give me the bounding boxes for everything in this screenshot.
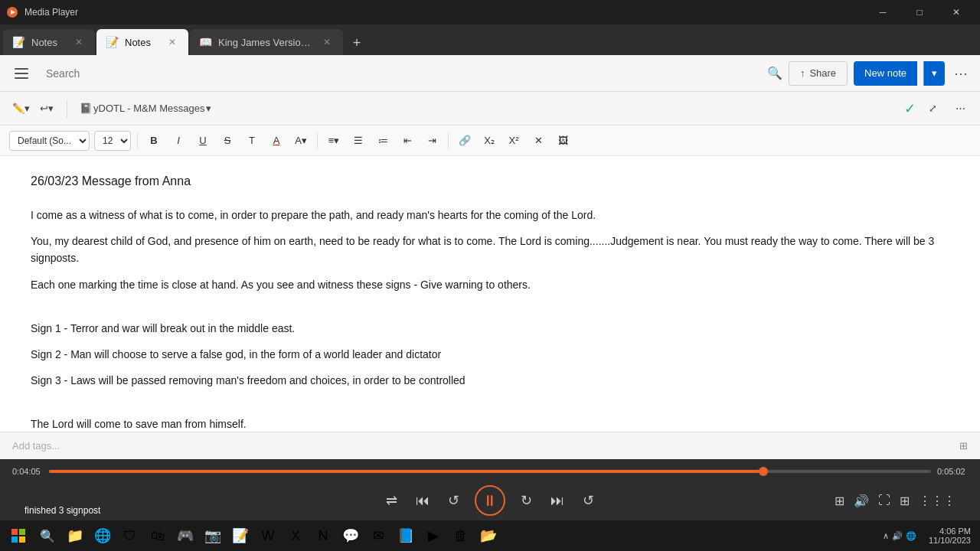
outdent-button[interactable]: ⇤ (397, 131, 417, 151)
tab-notes2-icon: 📝 (106, 36, 119, 48)
bold-button[interactable]: B (144, 131, 164, 151)
clear-format-button[interactable]: ✕ (528, 131, 548, 151)
indent-button[interactable]: ⇥ (422, 131, 442, 151)
tab-kjv-close[interactable]: ✕ (320, 35, 334, 49)
shuffle-button[interactable]: ⇌ (383, 489, 400, 512)
underline-button[interactable]: U (193, 131, 213, 151)
note-toolbar: ✏️▾ ↩▾ 📓 yDOTL - M&M Messages ▾ ✓ ⤢ ⋯ (0, 92, 980, 126)
font-size-select[interactable]: 12 (94, 131, 131, 151)
taskbar-icon-explorer[interactable]: 📂 (475, 520, 502, 551)
search-input[interactable] (40, 61, 767, 86)
progress-track[interactable] (49, 470, 931, 473)
taskbar-icon-edge[interactable]: 🌐 (89, 520, 116, 551)
tags-more-icon[interactable]: ⊞ (959, 440, 968, 452)
hamburger-button[interactable] (9, 61, 34, 86)
font-style-select[interactable]: Default (So... (9, 131, 90, 151)
taskbar-icon-word[interactable]: W (254, 520, 282, 551)
taskbar-icon-onenote[interactable]: N (309, 520, 337, 551)
next-button[interactable]: ⏭ (547, 490, 567, 512)
notebook-dropdown-icon: ▾ (206, 103, 211, 114)
tags-placeholder[interactable]: Add tags... (12, 440, 60, 452)
pen-tool-button[interactable]: ✏️▾ (9, 98, 33, 119)
pause-button[interactable]: ⏸ (475, 485, 505, 516)
tab-notes2[interactable]: 📝 Notes ✕ (96, 29, 188, 55)
system-clock[interactable]: 4:06 PM 11/10/2023 (923, 527, 977, 545)
forward-button[interactable]: ↻ (518, 489, 535, 512)
note-para-1: I come as a witness of what is to come, … (31, 207, 949, 223)
expand-button[interactable]: ⤢ (922, 98, 943, 119)
casting-button[interactable]: ⋮⋮⋮ (919, 494, 956, 508)
fullscreen-button[interactable]: ⛶ (878, 494, 890, 507)
search-icon[interactable]: 🔍 (767, 66, 782, 80)
taskbar-icon-photos[interactable]: 📷 (199, 520, 227, 551)
taskbar-icon-teams[interactable]: 📘 (392, 520, 420, 551)
more-media-button[interactable]: ⊞ (900, 494, 910, 508)
media-subtitle: finished 3 signpost (24, 505, 100, 516)
align-button[interactable]: ≡▾ (324, 131, 344, 151)
previous-button[interactable]: ⏮ (413, 490, 433, 512)
fmt-sep-3 (448, 133, 449, 148)
screen-mode-button[interactable]: ⊞ (835, 494, 844, 508)
image-button[interactable]: 🖼 (553, 131, 573, 151)
note-status-area: ✓ ⤢ ⋯ (904, 98, 971, 119)
tab-notes1-close[interactable]: ✕ (72, 35, 86, 49)
note-para-conclusion: The Lord will come to save man from hims… (31, 416, 949, 432)
taskbar-icon-email[interactable]: ✉ (364, 520, 392, 551)
taskbar-search-button[interactable]: 🔍 (34, 520, 61, 551)
new-note-button[interactable]: New note (854, 61, 917, 86)
start-button[interactable] (3, 520, 34, 551)
numbered-list-button[interactable]: ≔ (373, 131, 393, 151)
taskbar: 🔍 📁 🌐 🛡 🛍 🎮 📷 📝 W X N 💬 ✉ 📘 ▶ 🗑 📂 ∧ 🔊 🌐 … (0, 520, 980, 551)
tray-network-icon[interactable]: 🌐 (906, 531, 916, 541)
tab-notes2-label: Notes (125, 37, 159, 48)
tab-notes2-close[interactable]: ✕ (165, 35, 179, 49)
taskbar-icon-notes[interactable]: 📝 (227, 520, 254, 551)
taskbar-icon-recycle[interactable]: 🗑 (447, 520, 475, 551)
italic-button[interactable]: I (168, 131, 188, 151)
superscript-button[interactable]: X² (504, 131, 524, 151)
note-editor[interactable]: 26/03/23 Message from Anna I come as a w… (0, 156, 980, 432)
search-container: 🔍 (40, 61, 782, 86)
rewind-button[interactable]: ↺ (445, 489, 462, 512)
highlight-button[interactable]: A▾ (291, 131, 311, 151)
taskbar-icon-shield[interactable]: 🛡 (116, 520, 144, 551)
tab-notes1-label: Notes (31, 37, 66, 48)
close-button[interactable]: ✕ (939, 0, 974, 24)
new-note-dropdown-button[interactable]: ▾ (923, 61, 945, 86)
subscript-button[interactable]: X₂ (479, 131, 499, 151)
taskbar-icon-messenger[interactable]: 💬 (337, 520, 364, 551)
media-current-time: 0:04:05 (12, 467, 43, 476)
tray-up-icon[interactable]: ∧ (883, 531, 889, 541)
link-button[interactable]: 🔗 (455, 131, 475, 151)
tray-volume-icon[interactable]: 🔊 (892, 531, 903, 541)
tab-kjv-icon: 📖 (199, 36, 212, 48)
taskbar-icon-store[interactable]: 🛍 (144, 520, 172, 551)
svg-rect-5 (11, 529, 18, 535)
taskbar-icon-game[interactable]: 🎮 (172, 520, 199, 551)
media-controls: finished 3 signpost ⇌ ⏮ ↺ ⏸ ↻ ⏭ ↺ ⊞ 🔊 ⛶ … (12, 481, 968, 520)
progress-thumb[interactable] (759, 467, 768, 476)
taskbar-icon-files[interactable]: 📁 (61, 520, 89, 551)
note-more-button[interactable]: ⋯ (949, 98, 971, 119)
strikethrough-button[interactable]: S (217, 131, 237, 151)
maximize-button[interactable]: □ (902, 0, 937, 24)
tab-notes1[interactable]: 📝 Notes ✕ (3, 29, 95, 55)
undo-tool-button[interactable]: ↩▾ (36, 98, 57, 119)
volume-button[interactable]: 🔊 (854, 494, 869, 508)
note-body[interactable]: I come as a witness of what is to come, … (31, 207, 949, 432)
text-style-button[interactable]: T (242, 131, 262, 151)
toolbar-more-button[interactable]: ⋯ (951, 62, 971, 85)
add-tab-button[interactable]: + (345, 31, 369, 55)
font-color-button[interactable]: A (266, 131, 286, 151)
notebook-selector[interactable]: 📓 yDOTL - M&M Messages ▾ (77, 98, 214, 119)
format-toolbar: Default (So... 12 B I U S T A A▾ ≡▾ ☰ ≔ … (0, 126, 980, 156)
share-button[interactable]: ↑ Share (789, 61, 848, 86)
taskbar-icon-excel[interactable]: X (282, 520, 309, 551)
app-title: Media Player (24, 7, 78, 18)
repeat-button[interactable]: ↺ (580, 489, 597, 512)
window-controls: ─ □ ✕ (865, 0, 974, 24)
bullet-list-button[interactable]: ☰ (348, 131, 368, 151)
minimize-button[interactable]: ─ (865, 0, 900, 24)
tab-kjv[interactable]: 📖 King James Version | NKJV ✕ (190, 29, 343, 55)
taskbar-icon-media[interactable]: ▶ (420, 520, 447, 551)
